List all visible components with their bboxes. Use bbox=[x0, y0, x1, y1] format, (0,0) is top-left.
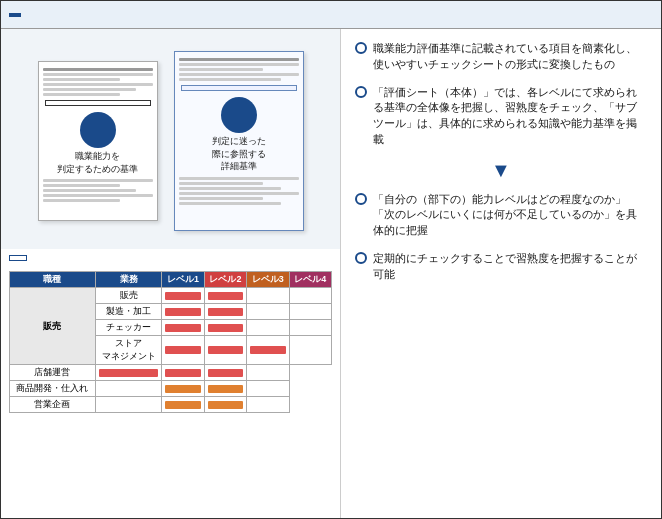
arrow-down-icon: ▼ bbox=[355, 160, 647, 180]
col-header-lv4: レベル4 bbox=[289, 272, 331, 288]
page-container: 職業能力を判定するための基準 bbox=[0, 0, 662, 519]
col-header-category: 職種 bbox=[10, 272, 96, 288]
table-area: 職種 業務 レベル1 レベル2 レベル3 レベル4 販売 販売 bbox=[1, 249, 340, 518]
main-purpose-circle bbox=[80, 112, 116, 148]
bullet-circle-1 bbox=[355, 42, 367, 54]
main-sheet-box: 職業能力を判定するための基準 bbox=[38, 61, 158, 221]
job-sales-plan: 営業企画 bbox=[10, 397, 96, 413]
bullet-text-3: 「自分の（部下の）能力レベルはどの程度なのか」「次のレベルにいくには何が不足して… bbox=[373, 192, 647, 239]
job-store-ops: 店舗運営 bbox=[10, 365, 96, 381]
sub-purpose-circle bbox=[221, 97, 257, 133]
col-header-lv2: レベル2 bbox=[204, 272, 246, 288]
job-seizo: 製造・加工 bbox=[95, 304, 161, 320]
bullet-item-4: 定期的にチェックすることで習熟度を把握することが可能 bbox=[355, 251, 647, 283]
bullet-circle-4 bbox=[355, 252, 367, 264]
col-header-lv1: レベル1 bbox=[162, 272, 204, 288]
bullet-circle-2 bbox=[355, 86, 367, 98]
sub-purpose-text: 判定に迷った際に参照する詳細基準 bbox=[179, 135, 299, 173]
bullet-item-2: 「評価シート（本体）」では、各レベルにて求められる基準の全体像を把握し、習熟度を… bbox=[355, 85, 647, 148]
table-row: 営業企画 bbox=[10, 397, 332, 413]
sub-sheet-box: 判定に迷った際に参照する詳細基準 bbox=[174, 51, 304, 231]
bullet-text-4: 定期的にチェックすることで習熟度を把握することが可能 bbox=[373, 251, 647, 283]
col-header-job: 業務 bbox=[95, 272, 161, 288]
col-header-lv3: レベル3 bbox=[247, 272, 289, 288]
table-row: 店舗運営 bbox=[10, 365, 332, 381]
figure-badge bbox=[9, 13, 21, 17]
job-checker: チェッカー bbox=[95, 320, 161, 336]
main-content: 職業能力を判定するための基準 bbox=[1, 29, 661, 518]
main-purpose-text: 職業能力を判定するための基準 bbox=[43, 150, 153, 175]
page-header bbox=[1, 1, 661, 29]
job-product-dev: 商品開発・仕入れ bbox=[10, 381, 96, 397]
left-column: 職業能力を判定するための基準 bbox=[1, 29, 341, 518]
table-section-title bbox=[9, 255, 27, 261]
right-column: 職業能力評価基準に記載されている項目を簡素化し、使いやすいチェックシートの形式に… bbox=[341, 29, 661, 518]
diagram-area: 職業能力を判定するための基準 bbox=[1, 29, 340, 249]
bullet-item-1: 職業能力評価基準に記載されている項目を簡素化し、使いやすいチェックシートの形式に… bbox=[355, 41, 647, 73]
table-row: 販売 販売 bbox=[10, 288, 332, 304]
job-store-mgmt: ストアマネジメント bbox=[95, 336, 161, 365]
bullet-text-2: 「評価シート（本体）」では、各レベルにて求められる基準の全体像を把握し、習熟度を… bbox=[373, 85, 647, 148]
category-sales: 販売 bbox=[10, 288, 96, 365]
evaluation-table: 職種 業務 レベル1 レベル2 レベル3 レベル4 販売 販売 bbox=[9, 271, 332, 413]
bullet-circle-3 bbox=[355, 193, 367, 205]
bullet-text-1: 職業能力評価基準に記載されている項目を簡素化し、使いやすいチェックシートの形式に… bbox=[373, 41, 647, 73]
table-row: 商品開発・仕入れ bbox=[10, 381, 332, 397]
bullet-item-3: 「自分の（部下の）能力レベルはどの程度なのか」「次のレベルにいくには何が不足して… bbox=[355, 192, 647, 239]
job-hanbaiten: 販売 bbox=[95, 288, 161, 304]
